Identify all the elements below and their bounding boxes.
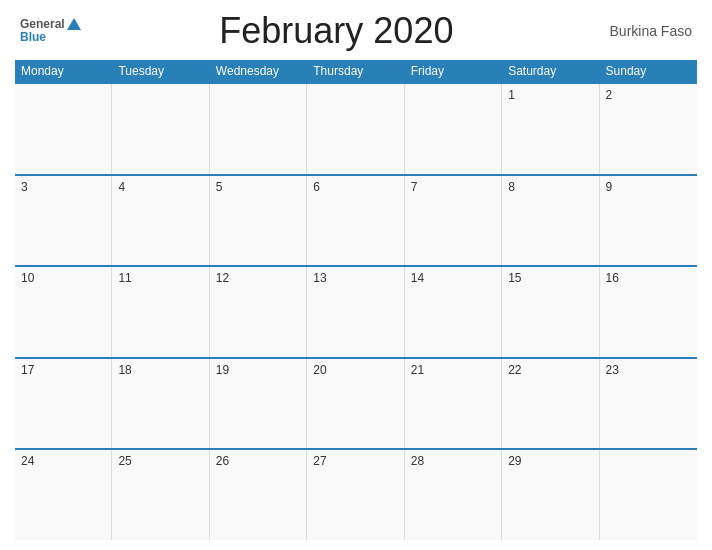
day-cell-w3-d5: 14 bbox=[405, 267, 502, 357]
day-cell-w4-d2: 18 bbox=[112, 359, 209, 449]
header: General Blue February 2020 Burkina Faso bbox=[15, 10, 697, 52]
day-number: 6 bbox=[313, 180, 320, 194]
header-wednesday: Wednesday bbox=[210, 60, 307, 82]
day-number: 1 bbox=[508, 88, 515, 102]
day-number: 8 bbox=[508, 180, 515, 194]
logo: General Blue bbox=[20, 18, 81, 44]
day-number: 14 bbox=[411, 271, 424, 285]
day-cell-w4-d4: 20 bbox=[307, 359, 404, 449]
day-number: 23 bbox=[606, 363, 619, 377]
day-number: 13 bbox=[313, 271, 326, 285]
day-cell-w4-d6: 22 bbox=[502, 359, 599, 449]
day-cell-w3-d3: 12 bbox=[210, 267, 307, 357]
day-number: 21 bbox=[411, 363, 424, 377]
logo-bottom-row: Blue bbox=[20, 31, 81, 44]
day-number: 17 bbox=[21, 363, 34, 377]
day-number: 27 bbox=[313, 454, 326, 468]
header-friday: Friday bbox=[405, 60, 502, 82]
day-cell-w3-d4: 13 bbox=[307, 267, 404, 357]
logo-blue-text: Blue bbox=[20, 30, 46, 44]
day-number: 24 bbox=[21, 454, 34, 468]
day-cell-w1-d3 bbox=[210, 84, 307, 174]
week-row-5: 242526272829 bbox=[15, 448, 697, 540]
day-cell-w2-d3: 5 bbox=[210, 176, 307, 266]
day-number: 3 bbox=[21, 180, 28, 194]
day-cell-w4-d7: 23 bbox=[600, 359, 697, 449]
header-sunday: Sunday bbox=[600, 60, 697, 82]
day-cell-w1-d5 bbox=[405, 84, 502, 174]
day-number: 7 bbox=[411, 180, 418, 194]
day-cell-w3-d7: 16 bbox=[600, 267, 697, 357]
week-row-1: 12 bbox=[15, 82, 697, 174]
calendar-title: February 2020 bbox=[81, 10, 592, 52]
day-cell-w5-d1: 24 bbox=[15, 450, 112, 540]
day-number: 2 bbox=[606, 88, 613, 102]
header-tuesday: Tuesday bbox=[112, 60, 209, 82]
day-cell-w3-d6: 15 bbox=[502, 267, 599, 357]
day-number: 15 bbox=[508, 271, 521, 285]
day-number: 5 bbox=[216, 180, 223, 194]
day-number: 25 bbox=[118, 454, 131, 468]
day-number: 26 bbox=[216, 454, 229, 468]
day-cell-w2-d6: 8 bbox=[502, 176, 599, 266]
day-cell-w5-d7 bbox=[600, 450, 697, 540]
day-cell-w1-d2 bbox=[112, 84, 209, 174]
day-cell-w5-d6: 29 bbox=[502, 450, 599, 540]
header-saturday: Saturday bbox=[502, 60, 599, 82]
day-cell-w2-d1: 3 bbox=[15, 176, 112, 266]
day-number: 9 bbox=[606, 180, 613, 194]
day-cell-w2-d2: 4 bbox=[112, 176, 209, 266]
day-cell-w2-d4: 6 bbox=[307, 176, 404, 266]
header-monday: Monday bbox=[15, 60, 112, 82]
day-cell-w4-d5: 21 bbox=[405, 359, 502, 449]
day-cell-w5-d5: 28 bbox=[405, 450, 502, 540]
day-cell-w1-d7: 2 bbox=[600, 84, 697, 174]
day-cell-w1-d6: 1 bbox=[502, 84, 599, 174]
day-number: 22 bbox=[508, 363, 521, 377]
header-thursday: Thursday bbox=[307, 60, 404, 82]
day-number: 29 bbox=[508, 454, 521, 468]
day-cell-w2-d5: 7 bbox=[405, 176, 502, 266]
day-number: 10 bbox=[21, 271, 34, 285]
week-row-3: 10111213141516 bbox=[15, 265, 697, 357]
day-cell-w3-d1: 10 bbox=[15, 267, 112, 357]
day-cell-w4-d1: 17 bbox=[15, 359, 112, 449]
day-number: 28 bbox=[411, 454, 424, 468]
day-cell-w1-d4 bbox=[307, 84, 404, 174]
day-cell-w5-d2: 25 bbox=[112, 450, 209, 540]
day-number: 19 bbox=[216, 363, 229, 377]
day-cell-w5-d3: 26 bbox=[210, 450, 307, 540]
day-number: 18 bbox=[118, 363, 131, 377]
day-number: 20 bbox=[313, 363, 326, 377]
day-cell-w5-d4: 27 bbox=[307, 450, 404, 540]
week-row-2: 3456789 bbox=[15, 174, 697, 266]
day-cell-w1-d1 bbox=[15, 84, 112, 174]
day-headers: Monday Tuesday Wednesday Thursday Friday… bbox=[15, 60, 697, 82]
day-cell-w2-d7: 9 bbox=[600, 176, 697, 266]
country-label: Burkina Faso bbox=[592, 23, 692, 39]
logo-triangle-icon bbox=[67, 18, 81, 30]
week-row-4: 17181920212223 bbox=[15, 357, 697, 449]
calendar-container: General Blue February 2020 Burkina Faso … bbox=[0, 0, 712, 550]
day-number: 16 bbox=[606, 271, 619, 285]
day-number: 12 bbox=[216, 271, 229, 285]
day-number: 11 bbox=[118, 271, 131, 285]
day-cell-w3-d2: 11 bbox=[112, 267, 209, 357]
day-cell-w4-d3: 19 bbox=[210, 359, 307, 449]
calendar-grid: Monday Tuesday Wednesday Thursday Friday… bbox=[15, 60, 697, 540]
day-number: 4 bbox=[118, 180, 125, 194]
weeks: 1234567891011121314151617181920212223242… bbox=[15, 82, 697, 540]
